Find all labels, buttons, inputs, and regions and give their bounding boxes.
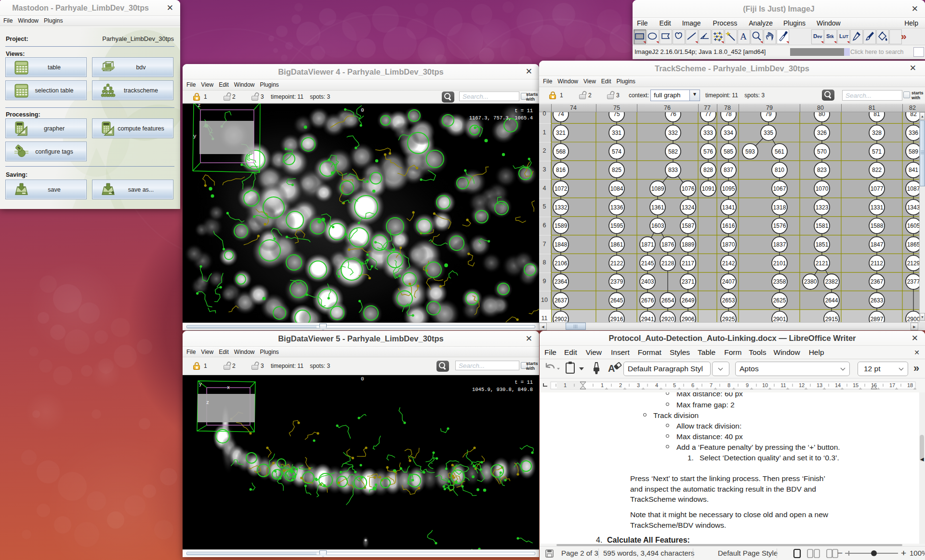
svg-text:1077: 1077 [871, 185, 884, 192]
svg-text:576: 576 [703, 148, 713, 155]
svg-text:77: 77 [705, 112, 712, 117]
svg-text:321: 321 [556, 130, 566, 136]
svg-text:2358: 2358 [773, 278, 786, 285]
svg-text:78: 78 [725, 112, 732, 117]
svg-text:825: 825 [612, 167, 621, 173]
svg-text:589: 589 [909, 148, 918, 155]
svg-text:3: 3 [637, 382, 640, 388]
svg-text:585: 585 [724, 148, 733, 155]
svg-text:2644: 2644 [825, 297, 838, 304]
svg-text:1324: 1324 [682, 204, 695, 211]
svg-text:828: 828 [703, 167, 713, 173]
svg-text:2407: 2407 [722, 278, 735, 285]
svg-text:z: z [198, 104, 201, 108]
svg-text:1067: 1067 [773, 185, 786, 192]
svg-text:74: 74 [557, 112, 564, 117]
svg-text:1581: 1581 [816, 222, 829, 229]
svg-text:2371: 2371 [682, 278, 695, 285]
svg-text:12: 12 [799, 382, 805, 388]
svg-text:328: 328 [872, 130, 882, 136]
svg-text:571: 571 [872, 148, 882, 155]
svg-text:2122: 2122 [610, 260, 623, 267]
svg-text:1: 1 [564, 382, 567, 388]
svg-text:Dev: Dev [813, 33, 822, 39]
svg-text:2: 2 [619, 382, 622, 388]
svg-text:6: 6 [691, 382, 694, 388]
svg-text:x: x [227, 385, 230, 391]
svg-text:1870: 1870 [722, 241, 735, 248]
svg-text:837: 837 [724, 167, 733, 173]
svg-text:y: y [193, 133, 197, 139]
svg-text:582: 582 [668, 148, 678, 155]
svg-text:2915: 2915 [825, 316, 838, 323]
svg-text:1848: 1848 [555, 241, 568, 248]
svg-text:1595: 1595 [610, 222, 623, 229]
svg-text:75: 75 [613, 112, 620, 117]
svg-text:1072: 1072 [555, 185, 568, 192]
svg-text:574: 574 [612, 148, 621, 155]
svg-text:1847: 1847 [871, 241, 884, 248]
svg-text:1087: 1087 [907, 185, 919, 192]
svg-text:5: 5 [673, 382, 676, 388]
svg-text:1588: 1588 [871, 222, 884, 229]
svg-text:2121: 2121 [816, 260, 829, 267]
svg-text:1076: 1076 [682, 185, 695, 192]
svg-text:1091: 1091 [702, 185, 715, 192]
svg-text:1587: 1587 [682, 222, 695, 229]
svg-text:2920: 2920 [661, 316, 674, 323]
svg-text:2106: 2106 [555, 260, 568, 267]
svg-text:2633: 2633 [871, 297, 884, 304]
svg-text:1616: 1616 [722, 222, 735, 229]
svg-text:2654: 2654 [661, 297, 674, 304]
svg-text:1336: 1336 [610, 204, 623, 211]
svg-text:816: 816 [556, 167, 566, 173]
svg-text:2382: 2382 [825, 278, 838, 285]
svg-text:568: 568 [556, 148, 566, 155]
svg-text:332: 332 [668, 130, 678, 136]
svg-text:333: 333 [703, 130, 713, 136]
svg-text:Stk: Stk [826, 33, 834, 39]
svg-text:2916: 2916 [610, 316, 623, 323]
svg-text:8: 8 [727, 382, 730, 388]
svg-text:2101: 2101 [773, 260, 786, 267]
svg-text:4: 4 [655, 382, 658, 388]
svg-text:1876: 1876 [661, 241, 674, 248]
svg-text:810: 810 [775, 167, 784, 173]
svg-text:z: z [206, 400, 209, 405]
svg-text:15: 15 [853, 382, 859, 388]
svg-text:1865: 1865 [907, 241, 919, 248]
svg-text:2380: 2380 [804, 278, 817, 285]
svg-text:336: 336 [909, 130, 918, 136]
svg-text:2906: 2906 [682, 316, 695, 323]
svg-text:80: 80 [819, 112, 825, 117]
svg-text:LUT: LUT [839, 33, 849, 39]
svg-text:2941: 2941 [641, 316, 654, 323]
svg-text:7: 7 [710, 382, 713, 388]
svg-text:y: y [199, 382, 202, 387]
svg-text:2364: 2364 [555, 278, 568, 285]
svg-text:1045.9, 930.8, 849.8: 1045.9, 930.8, 849.8 [472, 387, 533, 392]
svg-text:81: 81 [873, 112, 880, 117]
svg-text:1871: 1871 [641, 241, 654, 248]
svg-text:2902: 2902 [555, 316, 568, 323]
svg-text:2645: 2645 [610, 297, 623, 304]
svg-text:1331: 1331 [871, 204, 884, 211]
svg-text:326: 326 [817, 130, 827, 136]
svg-text:9: 9 [746, 382, 749, 388]
svg-text:79: 79 [765, 112, 772, 117]
svg-text:1332: 1332 [555, 204, 568, 211]
svg-text:1089: 1089 [651, 185, 664, 192]
svg-text:1589: 1589 [555, 222, 568, 229]
svg-text:t = 11: t = 11 [515, 379, 533, 385]
svg-text:1837: 1837 [773, 241, 786, 248]
svg-text:2379: 2379 [610, 278, 623, 285]
svg-text:1070: 1070 [816, 185, 829, 192]
svg-text:11: 11 [780, 382, 786, 388]
svg-text:2625: 2625 [773, 297, 786, 304]
svg-text:570: 570 [817, 148, 827, 155]
svg-text:2653: 2653 [722, 297, 735, 304]
svg-text:833: 833 [668, 167, 678, 173]
svg-text:2901: 2901 [773, 316, 786, 323]
svg-text:1361: 1361 [651, 204, 664, 211]
svg-text:561: 561 [775, 148, 784, 155]
